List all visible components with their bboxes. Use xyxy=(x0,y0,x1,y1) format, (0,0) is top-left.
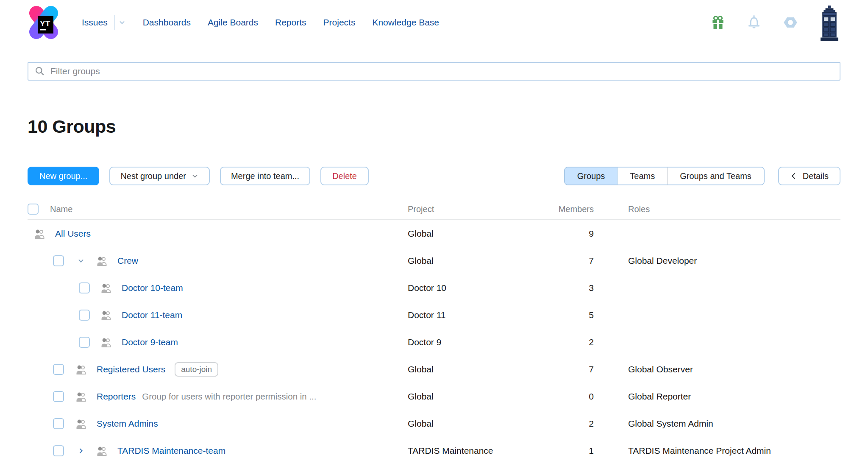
name-cell: Doctor 9-team xyxy=(28,337,408,348)
top-bar: YT Issues Dashboards Agile Boards Report… xyxy=(0,0,868,45)
page-title: 10 Groups xyxy=(28,116,840,137)
group-icon xyxy=(75,391,86,402)
table-row[interactable]: ReportersGroup for users with reporter p… xyxy=(28,383,840,410)
gift-icon[interactable] xyxy=(710,14,726,31)
row-checkbox[interactable] xyxy=(79,337,90,348)
project-cell: Global xyxy=(408,391,550,402)
group-name-link[interactable]: TARDIS Maintenance-team xyxy=(117,446,225,456)
name-cell: Registered Usersauto-join xyxy=(28,362,408,377)
project-cell: Doctor 10 xyxy=(408,283,550,293)
nav-item-projects[interactable]: Projects xyxy=(323,17,356,28)
row-checkbox[interactable] xyxy=(53,418,64,429)
roles-cell: Global Developer xyxy=(594,256,840,266)
roles-cell: Global Observer xyxy=(594,364,840,374)
group-name-link[interactable]: Registered Users xyxy=(97,364,165,374)
view-switch-teams[interactable]: Teams xyxy=(618,168,668,184)
group-name-link[interactable]: Doctor 11-team xyxy=(122,310,182,320)
group-icon xyxy=(34,228,45,239)
group-name-link[interactable]: All Users xyxy=(55,229,91,239)
auto-join-badge: auto-join xyxy=(175,362,218,377)
group-name-link[interactable]: Doctor 9-team xyxy=(122,337,178,347)
bell-icon[interactable] xyxy=(746,14,762,31)
filter-groups-bar xyxy=(28,62,840,81)
group-name-link[interactable]: Crew xyxy=(117,256,138,266)
name-cell: All Users xyxy=(28,228,408,239)
members-count: 7 xyxy=(550,256,594,266)
members-count: 2 xyxy=(550,337,594,347)
header-name-cell: Name xyxy=(28,204,408,215)
group-icon xyxy=(100,337,111,348)
name-cell: System Admins xyxy=(28,418,408,429)
table-row[interactable]: Doctor 10-teamDoctor 103 xyxy=(28,274,840,302)
chevron-left-icon xyxy=(790,172,797,180)
group-name-link[interactable]: Doctor 10-team xyxy=(122,283,183,293)
groups-table: Name Project Members Roles All UsersGlob… xyxy=(28,199,840,464)
nav-item-issues[interactable]: Issues xyxy=(82,17,108,28)
table-row[interactable]: TARDIS Maintenance-teamTARDIS Maintenanc… xyxy=(28,437,840,464)
header-roles-label: Roles xyxy=(594,204,840,214)
members-count: 0 xyxy=(550,391,594,402)
project-cell: TARDIS Maintenance xyxy=(408,446,550,456)
members-count: 3 xyxy=(550,283,594,293)
chevron-down-icon xyxy=(191,172,199,180)
view-switch-groups[interactable]: Groups xyxy=(565,168,618,184)
delete-button[interactable]: Delete xyxy=(320,167,369,185)
row-checkbox[interactable] xyxy=(53,364,64,375)
nav-item-knowledge-base[interactable]: Knowledge Base xyxy=(372,17,439,28)
table-row[interactable]: All UsersGlobal9 xyxy=(28,220,840,247)
youtrack-logo[interactable]: YT xyxy=(28,5,60,40)
issues-dropdown-chevron-icon[interactable] xyxy=(118,19,126,26)
header-name-label: Name xyxy=(50,204,72,214)
view-switch-groups-and-teams[interactable]: Groups and Teams xyxy=(668,168,764,184)
table-header-row: Name Project Members Roles xyxy=(28,199,840,220)
name-cell: Crew xyxy=(28,255,408,266)
table-row[interactable]: Doctor 11-teamDoctor 115 xyxy=(28,302,840,329)
new-group-button[interactable]: New group... xyxy=(28,167,99,185)
name-cell: TARDIS Maintenance-team xyxy=(28,445,408,456)
chevron-right-icon[interactable] xyxy=(77,447,85,455)
group-icon xyxy=(96,255,107,266)
project-cell: Global xyxy=(408,256,550,266)
members-count: 2 xyxy=(550,419,594,429)
row-checkbox[interactable] xyxy=(53,255,64,266)
group-name-link[interactable]: Reporters xyxy=(97,391,136,402)
details-button[interactable]: Details xyxy=(778,167,840,185)
view-switch: Groups Teams Groups and Teams xyxy=(564,167,765,185)
roles-cell: TARDIS Maintenance Project Admin xyxy=(594,446,840,456)
svg-text:YT: YT xyxy=(40,19,50,28)
table-row[interactable]: Doctor 9-teamDoctor 92 xyxy=(28,329,840,356)
search-icon xyxy=(34,66,45,77)
chevron-down-icon[interactable] xyxy=(77,257,85,265)
name-cell: Doctor 11-team xyxy=(28,310,408,321)
project-cell: Global xyxy=(408,364,550,374)
row-checkbox[interactable] xyxy=(53,445,64,456)
row-checkbox[interactable] xyxy=(79,282,90,293)
table-row[interactable]: CrewGlobal7Global Developer xyxy=(28,247,840,274)
group-description: Group for users with reporter permission… xyxy=(142,391,316,402)
group-icon xyxy=(96,445,107,456)
roles-cell: Global System Admin xyxy=(594,419,840,429)
top-icons xyxy=(710,3,840,42)
members-count: 9 xyxy=(550,229,594,239)
settings-hexagon-icon[interactable] xyxy=(782,14,799,31)
select-all-checkbox[interactable] xyxy=(28,204,39,215)
table-row[interactable]: System AdminsGlobal2Global System Admin xyxy=(28,410,840,437)
avatar-tardis[interactable] xyxy=(818,5,840,42)
group-name-link[interactable]: System Admins xyxy=(97,419,158,429)
table-row[interactable]: Registered Usersauto-joinGlobal7Global O… xyxy=(28,356,840,383)
nav-item-reports[interactable]: Reports xyxy=(275,17,306,28)
nav-item-agile-boards[interactable]: Agile Boards xyxy=(208,17,258,28)
row-checkbox[interactable] xyxy=(79,310,90,321)
nest-group-under-label: Nest group under xyxy=(120,171,186,181)
toolbar-right: Groups Teams Groups and Teams Details xyxy=(564,167,840,185)
header-members-label: Members xyxy=(550,204,594,214)
nav-item-dashboards[interactable]: Dashboards xyxy=(143,17,191,28)
members-count: 5 xyxy=(550,310,594,320)
merge-into-team-button[interactable]: Merge into team... xyxy=(220,167,310,185)
filter-groups-input[interactable] xyxy=(50,66,834,76)
row-checkbox[interactable] xyxy=(53,391,64,402)
roles-cell: Global Reporter xyxy=(594,391,840,402)
group-icon xyxy=(100,282,111,293)
toolbar: New group... Nest group under Merge into… xyxy=(28,167,840,185)
nest-group-under-button[interactable]: Nest group under xyxy=(109,167,210,185)
